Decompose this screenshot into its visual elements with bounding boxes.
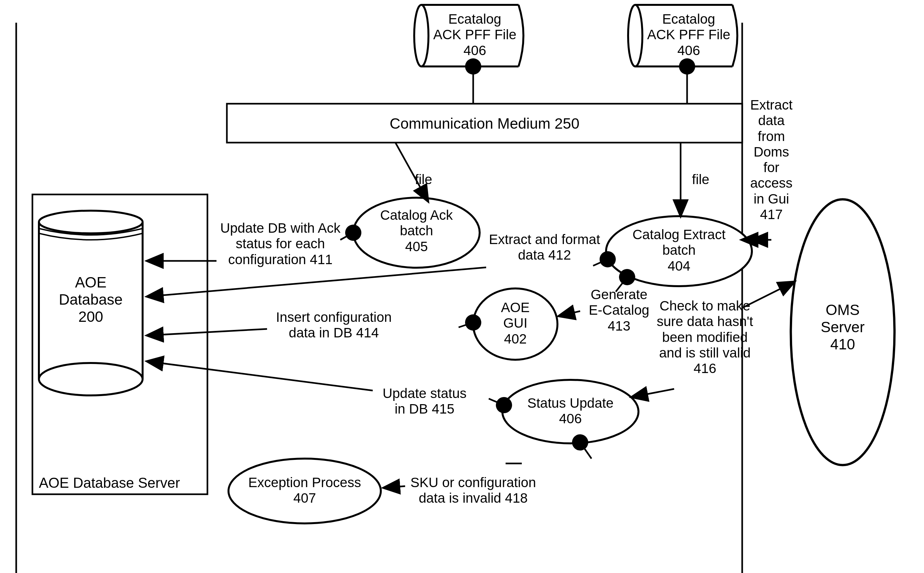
svg-line-35 <box>147 362 373 391</box>
label-412: Extract and format data 412 <box>484 232 605 263</box>
svg-rect-4 <box>33 194 207 494</box>
file-label-2: file <box>692 172 709 187</box>
svg-line-42 <box>384 486 405 488</box>
ecatalog-file-1: Ecatalog ACK PFF File 406 <box>424 11 525 58</box>
exception-process: Exception Process 407 <box>243 475 366 506</box>
label-418: SKU or configuration data is invalid 418 <box>405 475 541 506</box>
label-413: Generate E-Catalog 413 <box>582 287 656 334</box>
svg-line-31 <box>559 311 580 316</box>
ecatalog1-line2: ACK PFF File <box>433 27 517 42</box>
svg-line-36 <box>632 389 674 397</box>
oms-server: OMS Server 410 <box>807 301 878 353</box>
catalog-ack-batch: Catalog Ack batch 405 <box>366 207 467 254</box>
label-415: Update status in DB 415 <box>373 386 476 417</box>
ecatalog-file-2: Ecatalog ACK PFF File 406 <box>639 11 739 58</box>
label-411: Update DB with Ack status for each confi… <box>216 221 345 268</box>
aoe-gui: AOE GUI 402 <box>483 300 548 347</box>
aoe-database-server-label: AOE Database Server <box>39 475 180 491</box>
svg-point-8 <box>39 363 143 395</box>
label-417: Extract data from Doms for access in Gui… <box>745 97 797 222</box>
label-416: Check to make sure data hasn't been modi… <box>653 298 757 376</box>
ecatalog1-line1: Ecatalog <box>448 11 501 27</box>
aoe-database: AOE Database 200 <box>44 274 138 326</box>
svg-point-5 <box>39 211 143 233</box>
svg-line-29 <box>147 268 486 297</box>
file-label-1: file <box>415 172 432 187</box>
svg-line-32 <box>459 323 473 327</box>
status-update: Status Update 406 <box>515 395 625 427</box>
catalog-extract-batch: Catalog Extract batch 404 <box>617 227 741 274</box>
label-414: Insert configuration data in DB 414 <box>266 310 402 341</box>
ecatalog1-line3: 406 <box>464 43 486 58</box>
svg-line-34 <box>489 399 504 405</box>
communication-medium: Communication Medium 250 <box>227 115 742 132</box>
svg-line-40 <box>580 442 592 459</box>
ecatalog2-line1: Ecatalog <box>662 11 715 27</box>
ecatalog2-line2: ACK PFF File <box>647 27 730 42</box>
ecatalog2-line3: 406 <box>677 43 700 58</box>
